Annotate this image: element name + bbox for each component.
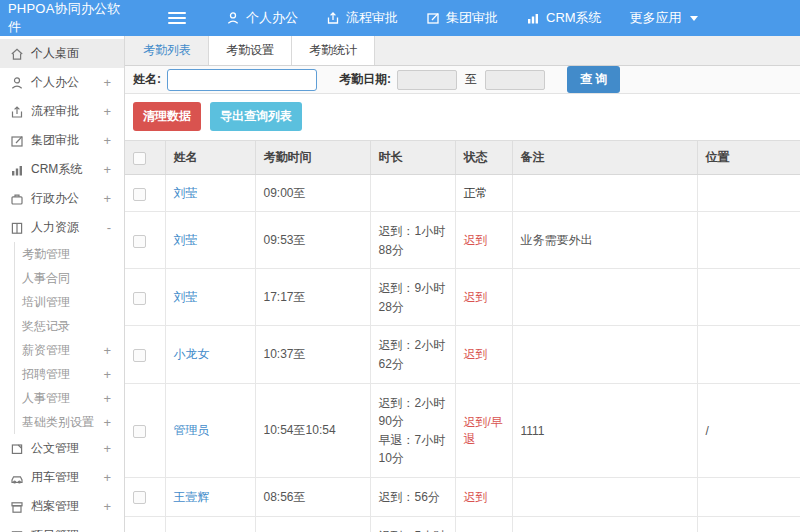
table-row: 小龙女 10:37至 迟到：2小时62分 迟到	[125, 326, 800, 383]
sidebar-item-group-approval[interactable]: 集团审批 +	[0, 126, 124, 155]
sidebar-subitem-recruiting[interactable]: 招聘管理+	[15, 362, 124, 386]
employee-name-link[interactable]: 刘莹	[174, 233, 198, 247]
tab-attendance-list[interactable]: 考勤列表	[125, 36, 209, 65]
expand-icon: +	[103, 470, 111, 485]
sidebar-item-label: CRM系统	[31, 161, 103, 178]
tab-bar: 考勤列表 考勤设置 考勤统计	[125, 36, 800, 66]
sidebar-subitem-salary[interactable]: 薪资管理+	[15, 338, 124, 362]
sidebar-item-crm[interactable]: CRM系统 +	[0, 155, 124, 184]
sidebar-item-label: 行政办公	[31, 190, 103, 207]
attendance-time: 08:56至	[255, 477, 370, 516]
location: /	[697, 516, 800, 532]
sidebar-subitem-hr-contract[interactable]: 人事合同	[15, 266, 124, 290]
status-badge: 迟到/早退	[464, 415, 503, 446]
sidebar-item-hr[interactable]: 人力资源 -	[0, 213, 124, 242]
sidebar-item-projects[interactable]: 项目管理 +	[0, 521, 124, 532]
row-checkbox[interactable]	[133, 491, 146, 504]
row-checkbox[interactable]	[133, 349, 146, 362]
edit-icon	[426, 11, 440, 25]
nav-item-label: CRM系统	[546, 9, 602, 27]
table-row: 王壹辉 08:56至 迟到：56分 迟到	[125, 477, 800, 516]
expand-icon: +	[103, 415, 111, 430]
attendance-time: 17:17至	[255, 269, 370, 326]
search-button[interactable]: 查 询	[567, 66, 620, 93]
sidebar-item-personal-office[interactable]: 个人办公 +	[0, 68, 124, 97]
duration	[370, 175, 455, 212]
expand-icon: +	[103, 391, 111, 406]
location: /	[697, 383, 800, 477]
sidebar-item-archives[interactable]: 档案管理 +	[0, 492, 124, 521]
employee-name-link[interactable]: 刘莹	[174, 290, 198, 304]
employee-name-link[interactable]: 小龙女	[174, 347, 210, 361]
location	[697, 269, 800, 326]
date-to-label: 至	[465, 71, 477, 88]
sidebar-subitem-base-category[interactable]: 基础类别设置+	[15, 410, 124, 434]
date-label: 考勤日期:	[339, 71, 391, 88]
doc-icon	[10, 442, 24, 456]
sidebar-subitem-attendance[interactable]: 考勤管理	[15, 242, 124, 266]
name-search-input[interactable]	[167, 69, 317, 91]
tab-attendance-stats[interactable]: 考勤统计	[292, 36, 375, 65]
sidebar-item-label: 公文管理	[31, 440, 103, 457]
note	[512, 326, 697, 383]
table-row: 黄蓉 13:20至13:20 迟到：5小时33分 早退：4小时67分 迟到/早退…	[125, 516, 800, 532]
row-checkbox[interactable]	[133, 292, 146, 305]
date-to-input[interactable]	[485, 70, 545, 90]
note	[512, 516, 697, 532]
tab-attendance-settings[interactable]: 考勤设置	[209, 36, 292, 65]
action-bar: 清理数据 导出查询列表	[125, 94, 800, 140]
note: 1111	[512, 383, 697, 477]
sidebar-subitem-training[interactable]: 培训管理	[15, 290, 124, 314]
clear-data-button[interactable]: 清理数据	[133, 102, 201, 131]
car-icon	[10, 471, 24, 485]
edit-icon	[10, 134, 24, 148]
export-list-button[interactable]: 导出查询列表	[210, 102, 302, 131]
attendance-time: 10:37至	[255, 326, 370, 383]
expand-icon: +	[103, 133, 111, 148]
employee-name-link[interactable]: 管理员	[174, 423, 210, 437]
duration: 迟到：1小时88分	[370, 212, 455, 269]
top-navbar: PHPOA协同办公软件 个人办公 流程审批 集团审批 CRM系统 更多应用	[0, 0, 800, 36]
note: 业务需要外出	[512, 212, 697, 269]
employee-name-link[interactable]: 刘莹	[174, 186, 198, 200]
expand-icon: +	[103, 75, 111, 90]
row-checkbox[interactable]	[133, 425, 146, 438]
nav-item-label: 个人办公	[246, 9, 298, 27]
note	[512, 175, 697, 212]
sidebar-item-documents[interactable]: 公文管理 +	[0, 434, 124, 463]
nav-item-personal-office[interactable]: 个人办公	[226, 9, 298, 27]
select-all-checkbox[interactable]	[133, 152, 146, 165]
row-checkbox[interactable]	[133, 235, 146, 248]
location	[697, 175, 800, 212]
attendance-time: 13:20至13:20	[255, 516, 370, 532]
column-header-duration: 时长	[370, 141, 455, 175]
expand-icon: +	[103, 104, 111, 119]
sidebar-item-vehicles[interactable]: 用车管理 +	[0, 463, 124, 492]
send-icon	[326, 11, 340, 25]
status-badge: 正常	[464, 186, 488, 200]
nav-item-group-approval[interactable]: 集团审批	[426, 9, 498, 27]
column-header-location: 位置	[697, 141, 800, 175]
hr-submenu: 考勤管理 人事合同 培训管理 奖惩记录 薪资管理+ 招聘管理+ 人事管理+ 基础…	[14, 242, 124, 434]
row-checkbox[interactable]	[133, 188, 146, 201]
sidebar-item-desktop[interactable]: 个人桌面	[0, 39, 124, 68]
location	[697, 326, 800, 383]
nav-item-crm[interactable]: CRM系统	[526, 9, 602, 27]
expand-icon: +	[103, 191, 111, 206]
menu-toggle-icon[interactable]	[168, 9, 186, 27]
main-nav: 个人办公 流程审批 集团审批 CRM系统 更多应用	[198, 9, 698, 27]
date-from-input[interactable]	[397, 70, 457, 90]
nav-item-more-apps[interactable]: 更多应用	[630, 9, 698, 27]
table-header-row: 姓名 考勤时间 时长 状态 备注 位置	[125, 141, 800, 175]
column-header-time: 考勤时间	[255, 141, 370, 175]
sidebar-item-admin-office[interactable]: 行政办公 +	[0, 184, 124, 213]
sidebar-subitem-personnel[interactable]: 人事管理+	[15, 386, 124, 410]
sidebar-item-workflow-approval[interactable]: 流程审批 +	[0, 97, 124, 126]
filter-bar: 姓名: 考勤日期: 至 查 询	[125, 66, 800, 94]
employee-name-link[interactable]: 王壹辉	[174, 490, 210, 504]
column-header-name: 姓名	[165, 141, 255, 175]
nav-item-workflow-approval[interactable]: 流程审批	[326, 9, 398, 27]
main-content: 考勤列表 考勤设置 考勤统计 姓名: 考勤日期: 至 查 询 清理数据 导出查询…	[125, 36, 800, 532]
sidebar-subitem-rewards[interactable]: 奖惩记录	[15, 314, 124, 338]
expand-icon: +	[103, 441, 111, 456]
